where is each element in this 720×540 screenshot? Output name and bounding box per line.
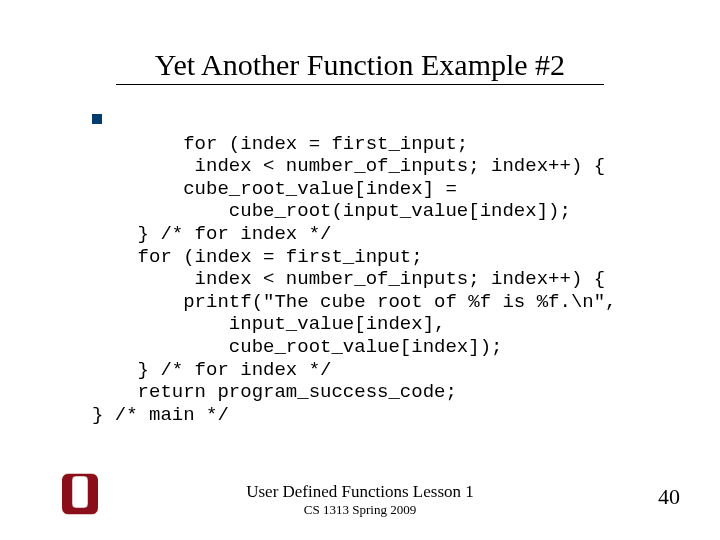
title-underline [116,84,604,85]
footer: User Defined Functions Lesson 1 CS 1313 … [0,462,720,532]
page-number: 40 [658,484,680,510]
footer-lesson: User Defined Functions Lesson 1 [0,482,720,502]
slide: Yet Another Function Example #2 for (ind… [0,0,720,540]
code-text: for (index = first_input; index < number… [92,133,617,426]
slide-title-text: Yet Another Function Example #2 [155,48,565,81]
bullet-icon [92,114,102,124]
footer-course: CS 1313 Spring 2009 [0,502,720,518]
code-block: for (index = first_input; index < number… [92,110,617,449]
slide-title: Yet Another Function Example #2 [0,48,720,85]
